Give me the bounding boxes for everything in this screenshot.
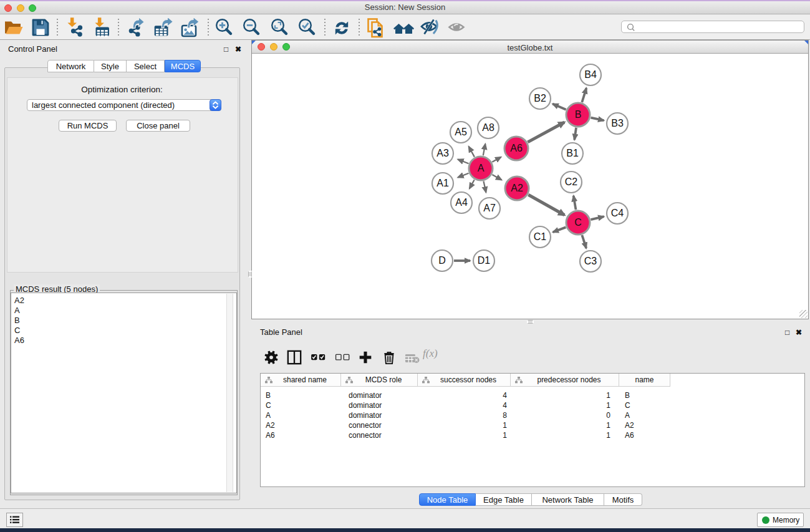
svg-text:A6: A6 [510, 143, 523, 153]
svg-text:B1: B1 [566, 148, 579, 158]
svg-text:C4: C4 [611, 208, 624, 218]
svg-text:C3: C3 [584, 256, 597, 266]
svg-text:A2: A2 [511, 183, 523, 193]
svg-text:A8: A8 [482, 122, 494, 133]
svg-text:B3: B3 [611, 118, 624, 128]
svg-text:C: C [574, 217, 582, 228]
svg-text:B4: B4 [584, 69, 597, 80]
svg-text:A4: A4 [455, 197, 468, 208]
svg-text:A3: A3 [436, 148, 449, 158]
svg-text:A7: A7 [483, 203, 496, 213]
svg-text:A: A [478, 163, 485, 173]
svg-text:B: B [575, 109, 582, 120]
svg-text:C2: C2 [565, 177, 578, 187]
svg-text:A1: A1 [436, 178, 449, 188]
svg-text:A5: A5 [455, 127, 467, 137]
svg-text:C1: C1 [534, 231, 547, 242]
svg-text:B2: B2 [534, 93, 546, 104]
svg-text:D: D [438, 255, 446, 266]
svg-text:D1: D1 [478, 255, 491, 266]
